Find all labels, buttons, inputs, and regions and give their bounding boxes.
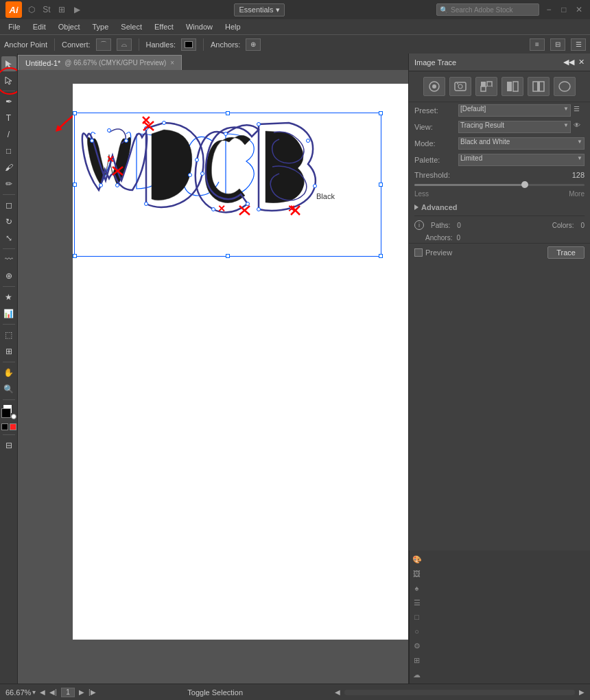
handle-bl[interactable] [73,254,77,258]
document-canvas[interactable]: Black ✕ ✕ ✕ ✕ [18,70,408,684]
menu-window[interactable]: Window [180,21,218,32]
horizontal-scrollbar[interactable] [344,690,575,695]
preset-select[interactable]: [Default] [458,104,571,117]
preset-sketch-icon[interactable] [475,77,497,96]
handle-ml[interactable] [73,183,77,187]
document-tab[interactable]: Untitled-1* @ 66.67% (CMYK/GPU Preview) … [18,55,182,70]
handle-tl[interactable] [73,111,77,115]
fill-swatch[interactable] [1,423,8,430]
color-panel-icon[interactable]: 🎨 [411,553,423,565]
shape-panel-icon[interactable]: □ [411,611,423,623]
change-screen-mode[interactable]: ⊟ [1,438,16,453]
slice-tool[interactable]: ⊞ [1,344,16,359]
scale-tool[interactable]: ⤡ [1,231,16,246]
view-select[interactable]: Tracing Result [458,121,571,133]
publish-icon[interactable]: ▶ [71,4,82,15]
artboard-tool[interactable]: ⬚ [1,327,16,342]
palette-select[interactable]: Limited [458,154,585,166]
line-tool[interactable]: / [1,127,16,142]
menu-effect[interactable]: Effect [149,21,179,32]
handle-br[interactable] [379,254,383,258]
advanced-section[interactable]: Advanced [409,200,590,214]
scroll-left-btn[interactable]: ◀ [335,688,340,696]
view-toggle-icon[interactable]: ⊞ [56,4,67,15]
next-page-btn[interactable]: ▶ [79,688,84,696]
libraries-icon[interactable]: ⬡ [26,4,37,15]
settings-panel-icon[interactable]: ⚙ [411,640,423,652]
scroll-right-btn[interactable]: ▶ [579,688,585,696]
handle-tm[interactable] [226,111,230,115]
mode-select[interactable]: Black and White [458,137,585,150]
view-select-wrapper[interactable]: Tracing Result [458,121,571,133]
handle-bm[interactable] [226,254,230,258]
stroke-swatch[interactable] [10,423,16,430]
prev-page-btn[interactable]: ◀ [40,688,45,696]
mode-select-wrapper[interactable]: Black and White [458,137,585,150]
align-btn[interactable]: ≡ [530,38,545,51]
tab-close-button[interactable]: × [170,59,174,67]
menu-select[interactable]: Select [115,21,148,32]
trace-button[interactable]: Trace [547,246,585,259]
preset-silhouette-icon[interactable] [502,77,523,96]
type-tool[interactable]: T [1,110,16,126]
anchors-btn[interactable]: ⊕ [246,38,261,51]
zoom-dropdown-btn[interactable]: ▾ [32,688,36,696]
paintbrush-tool[interactable]: 🖌 [1,160,16,175]
panel-close-btn[interactable]: ✕ [578,58,585,67]
eraser-tool[interactable]: ◻ [1,198,16,213]
rotate-tool[interactable]: ↻ [1,214,16,229]
more-btn[interactable]: ☰ [571,38,586,51]
menu-help[interactable]: Help [220,21,246,32]
cloud-panel-icon[interactable]: ☁ [411,668,423,681]
palette-select-wrapper[interactable]: Limited [458,154,585,166]
column-graph-tool[interactable]: 📊 [1,306,16,321]
brush-panel-icon[interactable]: ♠ [411,582,423,594]
effects-panel-icon[interactable]: ○ [411,625,423,638]
pencil-tool[interactable]: ✏ [1,176,16,191]
preset-menu-btn[interactable]: ☰ [574,105,585,116]
preview-checkbox[interactable] [414,248,423,257]
image-panel-icon[interactable]: 🖼 [411,568,423,580]
handles-btn[interactable] [181,38,196,51]
warp-tool[interactable]: 〰 [1,252,16,267]
threshold-handle[interactable] [521,181,528,188]
maximize-button[interactable]: □ [558,4,569,15]
menu-panel-icon[interactable]: ☰ [411,596,423,609]
last-page-btn[interactable]: |▶ [88,688,96,696]
handle-tr[interactable] [379,111,383,115]
view-eye-btn[interactable]: 👁 [574,121,585,132]
preset-auto-icon[interactable] [423,77,445,96]
preset-select-wrapper[interactable]: [Default] [458,104,571,117]
pen-tool[interactable]: ✒ [1,94,16,109]
close-button[interactable]: ✕ [574,4,585,15]
panel-collapse-btn[interactable]: ◀◀ [563,58,574,67]
info-icon[interactable]: i [414,220,424,230]
menu-type[interactable]: Type [87,21,115,32]
distribute-btn[interactable]: ⊟ [550,38,565,51]
preview-checkbox-container[interactable]: Preview [414,248,452,257]
transform-panel-icon[interactable]: ⊞ [411,654,423,666]
handle-mr[interactable] [379,183,383,187]
preset-lineart-icon[interactable] [528,77,550,96]
zoom-tool[interactable]: 🔍 [1,382,16,397]
symbol-tool[interactable]: ★ [1,290,16,305]
preset-technical-icon[interactable] [554,77,576,96]
minimize-button[interactable]: − [543,4,554,15]
convert-btn-2[interactable]: ⌓ [117,38,132,51]
menu-file[interactable]: File [3,21,26,32]
menu-object[interactable]: Object [53,21,86,32]
direct-selection-tool[interactable] [1,73,16,88]
hand-tool[interactable]: ✋ [1,365,16,380]
stock-icon[interactable]: St [41,4,52,15]
selection-tool[interactable] [1,56,16,71]
stock-search-box[interactable]: 🔍 Search Adobe Stock [436,3,539,16]
page-input[interactable] [61,688,75,697]
first-page-btn[interactable]: ◀| [49,688,57,696]
preset-photo-icon[interactable] [449,77,471,96]
rectangle-tool[interactable]: □ [1,143,16,159]
color-swatches[interactable] [1,404,16,419]
free-transform-tool[interactable]: ⊕ [1,268,16,283]
threshold-slider-container[interactable] [414,180,585,189]
workspace-selector[interactable]: Essentials ▾ [234,3,284,16]
convert-btn-1[interactable]: ⌒ [96,38,111,51]
